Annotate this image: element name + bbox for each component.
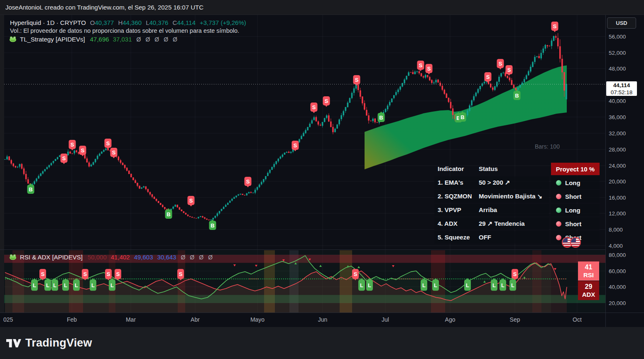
currency-button[interactable]: USD [607, 17, 636, 29]
rsi-null-values: ØØØØ [176, 254, 213, 261]
signal-badge-l: L [500, 278, 506, 291]
price-tick-label: 40,000 [609, 98, 626, 104]
di-plus-value: 49,603 [134, 254, 153, 261]
indicator-signal: Short [551, 217, 600, 230]
indicator-row: 2. SQZMONMovimiento Bajista ↘ Short [434, 190, 600, 203]
indicator-name: 1. EMA's [438, 176, 463, 189]
signal-badge-l: L [51, 278, 58, 291]
frog-icon [9, 36, 17, 42]
indicator-status-table: Indicator Status Proyect 10 % 1. EMA's50… [434, 163, 600, 245]
rsi-adx-name: RSI & ADX [APIDEVS] [20, 254, 83, 261]
price-tick-label: 40,000 [609, 284, 626, 290]
rsi-center-value: 50,000 [88, 254, 107, 261]
svg-text:S: S [553, 23, 557, 29]
time-tick-label: Oct [573, 316, 582, 323]
svg-text:S: S [62, 155, 66, 161]
signal-badge-l: L [366, 278, 373, 291]
signal-badge-l: L [509, 278, 516, 291]
indicator-status: 29 ↗ Tendencia [479, 217, 525, 230]
svg-text:S: S [81, 147, 85, 154]
svg-text:S: S [486, 74, 490, 80]
rsi-adx-legend[interactable]: RSI & ADX [APIDEVS] 50,000 41,402 49,603… [9, 254, 213, 261]
close-value: 44,114 [177, 19, 196, 26]
flag-icons [562, 236, 587, 249]
strategy-name: TL_Strategy [APIDEVs] [20, 36, 85, 43]
svg-text:S: S [189, 198, 193, 204]
signal-badge-l: L [491, 278, 497, 291]
signal-badge-l: L [62, 278, 69, 291]
signal-badge-l: L [464, 278, 471, 291]
svg-text:L: L [466, 282, 469, 288]
signal-badge-l: L [44, 278, 51, 291]
close-label: C [172, 19, 177, 26]
signal-badge-s: S [105, 269, 112, 281]
snapshot-title-bar: JoseAntonioL creado con TradingView.com,… [0, 0, 644, 15]
low-label: L [146, 19, 149, 26]
svg-text:L: L [511, 282, 514, 288]
signal-badge-l: L [73, 278, 80, 291]
strategy-value-1: 47,696 [90, 36, 109, 43]
long-dot-icon [556, 180, 561, 186]
indicator-name: 3. VPVP [438, 204, 461, 216]
price-tick-label: 56,000 [609, 34, 626, 40]
rsi-readout-badge: 41 RSI [578, 261, 599, 281]
svg-text:B: B [211, 222, 214, 229]
high-label: H [118, 19, 122, 26]
high-value: 44,360 [122, 19, 142, 26]
strategy-legend[interactable]: TL_Strategy [APIDEVs] 47,696 37,031 ØØØØ… [9, 36, 177, 43]
time-tick-label: Mayo [250, 316, 264, 323]
svg-text:L: L [46, 282, 49, 288]
signal-badge-l: L [432, 278, 439, 291]
signal-badge-s: S [39, 269, 46, 281]
strategy-null-values: ØØØØØ [132, 36, 177, 43]
indicator-row: 4. ADX29 ↗ Tendencia Short [434, 217, 600, 230]
svg-text:L: L [64, 282, 67, 288]
svg-text:B: B [460, 114, 464, 120]
svg-text:L: L [53, 282, 56, 288]
svg-text:B: B [167, 211, 170, 217]
svg-text:S: S [112, 149, 116, 156]
svg-text:L: L [368, 282, 371, 288]
svg-text:B: B [515, 93, 519, 99]
time-axis[interactable]: 025FebMarAbrMayoJunJulAgoSepOct [0, 313, 644, 327]
open-value: 40,377 [95, 19, 114, 26]
svg-text:S: S [419, 62, 423, 68]
indicator-status: Movimiento Bajista ↘ [479, 190, 542, 203]
svg-text:S: S [427, 66, 431, 72]
time-tick-label: Mar [126, 316, 136, 323]
tradingview-wordmark: TradingView [25, 337, 92, 349]
indicator-signal: Short [551, 190, 600, 203]
indicator-status: OFF [479, 231, 491, 244]
tradingview-logo[interactable]: TradingView [6, 336, 92, 350]
price-tick-label: 16,000 [609, 195, 626, 201]
svg-text:S: S [354, 271, 358, 277]
low-value: 40,376 [149, 19, 168, 26]
symbol-legend[interactable]: Hyperliquid · 1D · CRYPTO O40,377 H44,36… [10, 19, 246, 26]
indicator-row: 3. VPVPArriba Long [434, 204, 600, 216]
bars-count-watermark: Bars: 100 [535, 143, 560, 150]
change-value: +3,737 (+9,26%) [200, 19, 246, 26]
open-label: O [90, 19, 95, 26]
indicator-name: 5. Squeeze [438, 231, 470, 244]
di-minus-value: 30,643 [157, 254, 176, 261]
indicator-name: 4. ADX [438, 217, 458, 230]
svg-text:L: L [33, 282, 36, 288]
us-flag-icon [570, 237, 581, 248]
svg-text:S: S [107, 271, 110, 277]
svg-text:S: S [507, 67, 511, 73]
last-price-label: 44,114 07:52:18 [606, 81, 637, 96]
price-tick-label: 12,000 [609, 210, 626, 217]
svg-text:S: S [499, 61, 502, 67]
time-tick-label: 025 [3, 316, 13, 323]
svg-text:S: S [355, 77, 359, 83]
indicator-signal: Long [551, 204, 600, 216]
svg-text:S: S [71, 142, 74, 148]
col-indicator: Indicator [438, 163, 464, 175]
col-status: Status [479, 163, 498, 175]
svg-text:B: B [29, 186, 32, 193]
svg-text:L: L [75, 282, 78, 288]
svg-text:S: S [294, 142, 297, 149]
time-tick-label: Sep [510, 316, 520, 323]
svg-text:L: L [422, 282, 426, 288]
volume-note: Vol.: El proveedor de datos no proporcio… [10, 27, 239, 34]
